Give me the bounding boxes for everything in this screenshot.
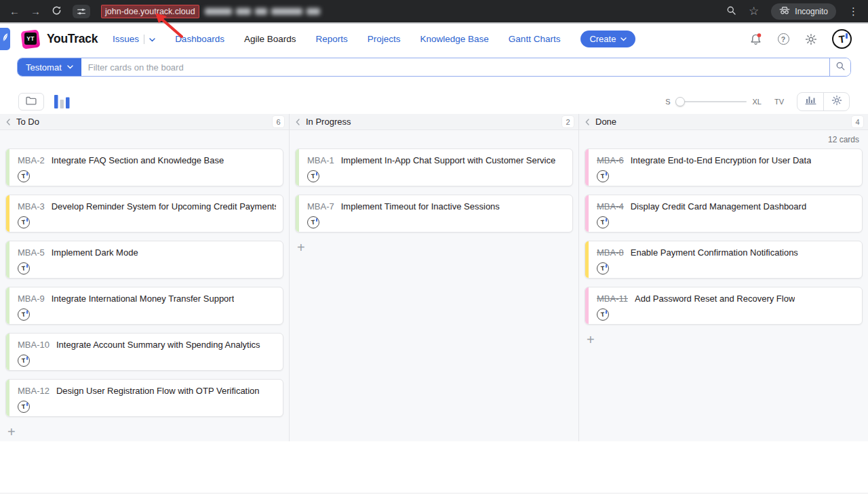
board-columns: To Do 6 MBA-2 Integrate FAQ Section and … — [0, 114, 868, 441]
card-title[interactable]: Design User Registration Flow with OTP V… — [56, 386, 260, 396]
assignee-avatar[interactable]: T — [18, 355, 30, 367]
assignee-avatar-letter: T — [311, 173, 315, 180]
issue-card[interactable]: MBA-2 Integrate FAQ Section and Knowledg… — [5, 148, 283, 186]
card-id[interactable]: MBA-4 — [597, 201, 624, 212]
issue-card[interactable]: MBA-10 Integrate Account Summary with Sp… — [5, 333, 283, 371]
url-text[interactable]: john-doe.youtrack.cloud — [101, 5, 199, 18]
cards-total: 12 cards — [828, 135, 859, 144]
incognito-icon — [779, 6, 790, 17]
zoom-icon[interactable] — [726, 5, 736, 17]
issue-card[interactable]: MBA-9 Integrate International Money Tran… — [5, 287, 283, 325]
column-header: To Do 6 — [0, 114, 289, 130]
card-id[interactable]: MBA-9 — [18, 294, 45, 304]
board-settings-button[interactable] — [823, 93, 849, 110]
nav-knowledge-base[interactable]: Knowledge Base — [420, 34, 489, 44]
card-id[interactable]: MBA-11 — [597, 294, 628, 304]
assignee-avatar[interactable]: T — [597, 262, 609, 275]
issue-card[interactable]: MBA-7 Implement Timeout for Inactive Ses… — [295, 195, 573, 233]
nav-dashboards[interactable]: Dashboards — [175, 34, 224, 44]
filter-cards-input[interactable] — [81, 58, 829, 76]
reload-icon[interactable] — [52, 5, 62, 17]
chart-view-button[interactable] — [797, 93, 823, 110]
card-title[interactable]: Enable Payment Confirmation Notification… — [631, 247, 798, 258]
tv-mode-button[interactable]: TV — [774, 98, 784, 106]
card-id[interactable]: MBA-10 — [18, 340, 50, 350]
forward-icon[interactable]: → — [31, 6, 41, 16]
card-size-slider[interactable] — [675, 97, 747, 106]
slider-knob[interactable] — [675, 97, 685, 106]
card-title[interactable]: Add Password Reset and Recovery Flow — [635, 294, 795, 304]
card-title[interactable]: Integrate End-to-End Encryption for User… — [631, 155, 812, 165]
issue-card[interactable]: MBA-4 Display Credit Card Management Das… — [585, 195, 863, 233]
assignee-avatar[interactable]: T — [18, 308, 30, 321]
help-icon[interactable]: ? — [776, 33, 790, 46]
assignee-avatar[interactable]: T — [18, 216, 30, 228]
issue-card[interactable]: MBA-6 Integrate End-to-End Encryption fo… — [585, 148, 863, 186]
assignee-avatar[interactable]: T — [18, 170, 30, 182]
column-header: In Progress 2 — [290, 114, 578, 130]
backlog-button[interactable] — [18, 93, 44, 110]
filter-bar: Testomat — [17, 58, 851, 77]
add-card-button[interactable]: + — [7, 425, 22, 439]
nav-issues-divider — [144, 35, 144, 44]
browser-menu-icon[interactable]: ⋮ — [848, 6, 859, 16]
card-title[interactable]: Implement Dark Mode — [52, 247, 138, 258]
board-selector-button[interactable]: Testomat — [18, 58, 81, 76]
incognito-label: Incognito — [795, 7, 828, 16]
card-id[interactable]: MBA-5 — [18, 247, 45, 258]
assignee-avatar-letter: T — [601, 311, 605, 318]
card-title[interactable]: Develop Reminder System for Upcoming Cre… — [52, 201, 276, 212]
issue-card[interactable]: MBA-5 Implement Dark Mode T — [5, 241, 283, 279]
issue-card[interactable]: MBA-8 Enable Payment Confirmation Notifi… — [585, 241, 863, 279]
issue-card[interactable]: MBA-11 Add Password Reset and Recovery F… — [585, 287, 863, 325]
card-id[interactable]: MBA-7 — [307, 201, 334, 212]
issues-dropdown-icon[interactable] — [149, 34, 155, 44]
user-avatar[interactable]: T — [832, 29, 852, 49]
back-icon[interactable]: ← — [9, 6, 20, 16]
site-settings-icon[interactable] — [73, 5, 90, 18]
issue-card[interactable]: MBA-1 Implement In-App Chat Support with… — [295, 148, 573, 186]
add-card-button[interactable]: + — [297, 241, 312, 254]
assignee-avatar[interactable]: T — [597, 170, 609, 182]
youtrack-logo-icon[interactable]: YT — [20, 29, 41, 49]
assignee-avatar[interactable]: T — [307, 170, 319, 182]
assignee-avatar[interactable]: T — [18, 401, 30, 413]
card-title[interactable]: Integrate FAQ Section and Knowledge Base — [52, 155, 224, 165]
nav-issues[interactable]: Issues — [113, 34, 139, 44]
card-title[interactable]: Implement Timeout for Inactive Sessions — [341, 201, 500, 212]
side-panel-tab[interactable] — [0, 28, 10, 50]
card-id[interactable]: MBA-2 — [18, 155, 45, 165]
nav-reports[interactable]: Reports — [315, 34, 347, 44]
card-title[interactable]: Display Credit Card Management Dashboard — [631, 201, 806, 212]
settings-gear-icon[interactable] — [804, 33, 818, 46]
assignee-avatar[interactable]: T — [597, 308, 609, 321]
collapse-column-icon[interactable] — [294, 117, 301, 127]
nav-projects[interactable]: Projects — [368, 34, 401, 44]
card-id[interactable]: MBA-12 — [18, 386, 50, 396]
card-title[interactable]: Integrate Account Summary with Spending … — [56, 340, 260, 350]
create-button[interactable]: Create — [580, 31, 635, 47]
assignee-avatar[interactable]: T — [597, 216, 609, 228]
card-title[interactable]: Implement In-App Chat Support with Custo… — [341, 155, 555, 165]
board-chart-icon[interactable] — [54, 95, 70, 108]
card-id[interactable]: MBA-8 — [597, 247, 624, 258]
nav-agile-boards[interactable]: Agile Boards — [244, 34, 296, 44]
assignee-avatar-letter: T — [311, 219, 315, 226]
assignee-avatar[interactable]: T — [307, 216, 319, 228]
address-bar[interactable]: john-doe.youtrack.cloud — [101, 5, 320, 18]
card-title[interactable]: Integrate International Money Transfer S… — [52, 294, 235, 304]
assignee-avatar[interactable]: T — [18, 262, 30, 275]
card-id[interactable]: MBA-6 — [597, 155, 624, 165]
issue-card[interactable]: MBA-12 Design User Registration Flow wit… — [5, 379, 283, 417]
gear-icon — [831, 95, 842, 108]
collapse-column-icon[interactable] — [5, 117, 12, 127]
nav-gantt-charts[interactable]: Gantt Charts — [509, 34, 561, 44]
add-card-button[interactable]: + — [587, 333, 601, 346]
collapse-column-icon[interactable] — [584, 117, 591, 127]
card-id[interactable]: MBA-1 — [307, 155, 334, 165]
issue-card[interactable]: MBA-3 Develop Reminder System for Upcomi… — [5, 195, 283, 233]
card-id[interactable]: MBA-3 — [18, 201, 45, 212]
bookmark-star-icon[interactable]: ☆ — [749, 5, 759, 17]
notifications-bell-icon[interactable] — [749, 33, 762, 46]
search-button[interactable] — [829, 58, 850, 76]
